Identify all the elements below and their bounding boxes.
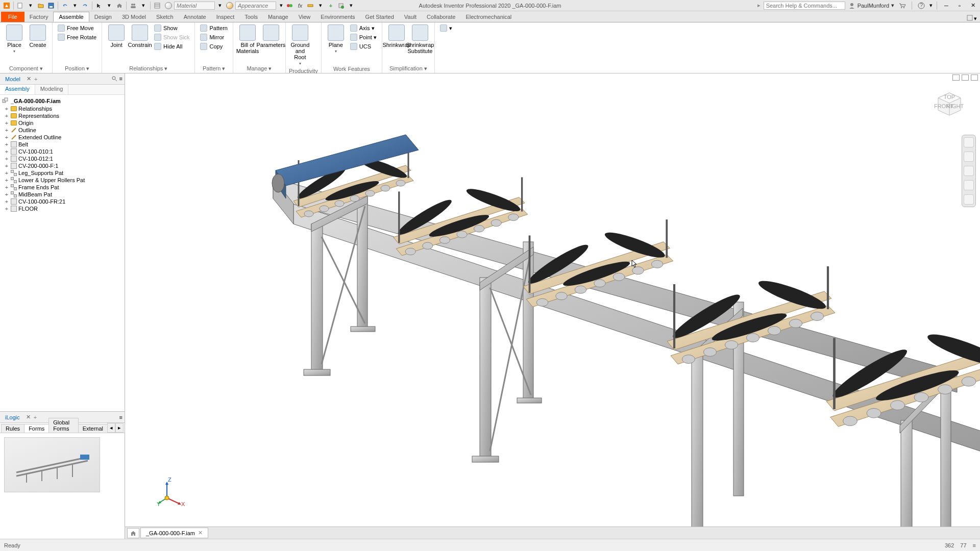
tab-get-started[interactable]: Get Started [360, 12, 399, 22]
app-menu-icon[interactable] [2, 1, 11, 10]
chevron-down-icon[interactable]: ▾ [891, 2, 894, 9]
tree-item[interactable]: +Relationships [1, 105, 124, 112]
minimize-icon[interactable]: ─ [941, 2, 951, 10]
constrain-button[interactable]: Constrain [129, 23, 151, 49]
team-icon[interactable] [129, 1, 138, 10]
tree-item[interactable]: +CV-200-000-F:1 [1, 162, 124, 169]
chevron-down-icon[interactable]: ▾ [70, 1, 80, 10]
expander-icon[interactable]: + [4, 177, 9, 183]
expander-icon[interactable]: + [4, 198, 9, 205]
close-icon[interactable]: ✕ [27, 76, 31, 82]
hide-all-button[interactable]: Hide All [152, 42, 191, 51]
appearance-selector[interactable]: ▾ [226, 2, 284, 10]
shrinkwrap-button[interactable]: Shrinkwrap [385, 23, 408, 49]
expander-icon[interactable]: + [4, 170, 9, 176]
expander-icon[interactable]: + [4, 106, 9, 112]
free-rotate-button[interactable]: Free Rotate [56, 33, 99, 42]
tab-vault[interactable]: Vault [399, 12, 422, 22]
close-icon[interactable]: ✕ [26, 414, 31, 420]
ilogic-tab-forms[interactable]: Forms [24, 424, 49, 433]
tree-item[interactable]: +CV-100-012:1 [1, 155, 124, 162]
viewport-close-icon[interactable] [971, 74, 978, 81]
material-input[interactable] [174, 2, 215, 10]
zoom-icon[interactable] [964, 166, 974, 176]
place-button[interactable]: Place [3, 23, 26, 55]
model-tab[interactable]: Model [2, 75, 23, 83]
show-button[interactable]: Show [152, 23, 191, 33]
ucs-button[interactable]: UCS [348, 42, 379, 51]
expander-icon[interactable]: + [4, 127, 9, 133]
ilogic-tab[interactable]: iLogic [2, 413, 23, 421]
menu-icon[interactable]: ≡ [119, 414, 122, 420]
chevron-down-icon[interactable]: ▾ [139, 1, 148, 10]
point---button[interactable]: Point ▾ [348, 33, 379, 42]
chevron-down-icon[interactable]: ▾ [278, 2, 284, 10]
expander-icon[interactable]: + [4, 148, 9, 155]
tab-tools[interactable]: Tools [239, 12, 263, 22]
tab-3d-model[interactable]: 3D Model [117, 12, 151, 22]
expander-icon[interactable]: + [4, 141, 9, 147]
cart-icon[interactable] [897, 2, 908, 10]
close-icon[interactable]: ✕ [968, 2, 978, 10]
tree-root[interactable]: _GA-000-000-F.iam [1, 97, 124, 105]
restore-icon[interactable]: ▫ [954, 2, 965, 10]
undo-icon[interactable] [60, 1, 69, 10]
chevron-down-icon[interactable]: ▾ [974, 15, 977, 22]
pan-icon[interactable] [964, 152, 974, 162]
measure-icon[interactable] [306, 1, 315, 10]
chevron-down-icon[interactable]: ▾ [347, 1, 356, 10]
3d-viewport[interactable]: TOP FRONT RIGHT Z X Y _GA-000-000-F.iam … [125, 73, 980, 539]
form-thumbnail[interactable] [4, 437, 100, 492]
chevron-down-icon[interactable]: ▾ [105, 1, 114, 10]
chevron-down-icon[interactable]: ▾ [217, 2, 223, 10]
plus-icon[interactable]: + [326, 1, 335, 10]
user-menu[interactable]: PaulMunford ▾ [848, 2, 894, 9]
create-button[interactable]: Create [27, 23, 49, 49]
chevron-down-icon[interactable]: ▾ [316, 1, 325, 10]
tab-design[interactable]: Design [89, 12, 117, 22]
home-tab-icon[interactable] [127, 528, 139, 538]
bill-of-materials-button[interactable]: Bill of Materials [236, 23, 259, 55]
viewport-maximize-icon[interactable] [962, 74, 969, 81]
expander-icon[interactable]: + [4, 134, 9, 140]
ribbon-appearance-icon[interactable] [967, 15, 973, 22]
copy-button[interactable]: Copy [198, 42, 229, 51]
tree-item[interactable]: +Representations [1, 112, 124, 119]
tab-scroll-icon[interactable]: ▸ [115, 423, 124, 433]
free-move-button[interactable]: Free Move [56, 23, 99, 33]
ilogic-tab-rules[interactable]: Rules [1, 424, 24, 433]
tree-item[interactable]: +FLOOR [1, 205, 124, 212]
color-balls-icon[interactable] [285, 1, 295, 10]
viewport-grid-icon[interactable] [952, 74, 960, 81]
tab-manage[interactable]: Manage [263, 12, 293, 22]
appearance-input[interactable] [235, 2, 276, 10]
joint-button[interactable]: Joint [105, 23, 128, 49]
ground-and-root-button[interactable]: Ground and Root [289, 23, 311, 67]
tree-item[interactable]: +MidBeam Pat [1, 191, 124, 198]
lookat-icon[interactable] [964, 194, 974, 205]
file-tab[interactable]: File [1, 12, 24, 22]
material-selector[interactable]: ▾ [165, 2, 223, 10]
expander-icon[interactable]: + [4, 156, 9, 162]
tab-collaborate[interactable]: Collaborate [422, 12, 460, 22]
status-menu-icon[interactable]: ≡ [973, 542, 976, 548]
expander-icon[interactable]: + [4, 163, 9, 169]
new-icon[interactable] [16, 1, 25, 10]
tab-electromechanical[interactable]: Electromechanical [460, 12, 517, 22]
tab-view[interactable]: View [293, 12, 316, 22]
properties-icon[interactable] [153, 1, 162, 10]
search-icon[interactable] [111, 76, 117, 83]
update-icon[interactable] [336, 1, 346, 10]
tree-item[interactable]: +Origin [1, 119, 124, 127]
expander-icon[interactable]: + [4, 120, 9, 126]
redo-icon[interactable] [81, 1, 90, 10]
tab-annotate[interactable]: Annotate [179, 12, 211, 22]
steering-wheel-icon[interactable] [964, 137, 974, 147]
fx-icon[interactable]: fx [296, 1, 305, 10]
ilogic-tab-global-forms[interactable]: Global Forms [48, 418, 78, 433]
modeling-subtab[interactable]: Modeling [35, 85, 69, 94]
open-icon[interactable] [36, 1, 45, 10]
chevron-down-icon[interactable]: ▾ [26, 1, 35, 10]
tree-item[interactable]: +Frame Ends Pat [1, 184, 124, 191]
expander-icon[interactable]: + [4, 184, 9, 190]
